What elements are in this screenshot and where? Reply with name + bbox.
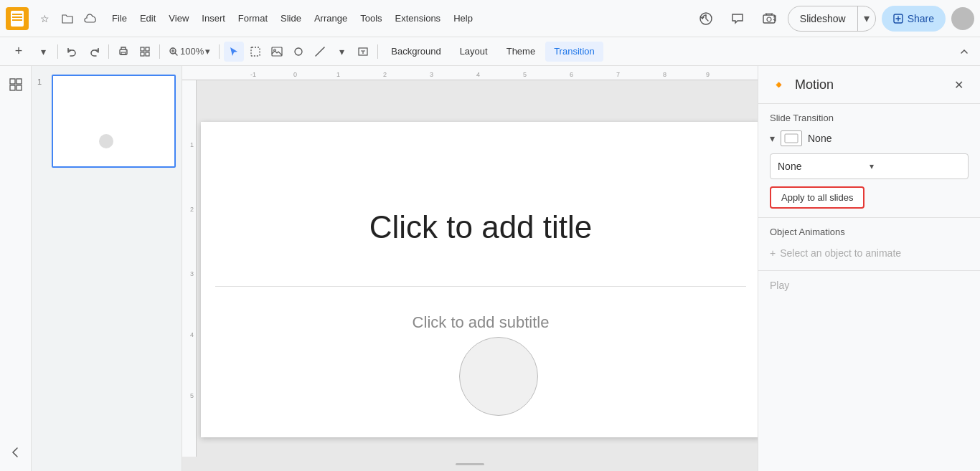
share-button[interactable]: Share <box>882 6 946 32</box>
comments-icon[interactable] <box>725 6 750 32</box>
panel-title: Motion <box>795 77 941 92</box>
dropdown-value: None <box>778 161 870 172</box>
menu-arrange[interactable]: Arrange <box>308 10 353 27</box>
svg-rect-5 <box>121 52 126 54</box>
slide-circle-shape <box>459 337 538 416</box>
motion-panel: 🔸 Motion ✕ Slide Transition ▾ None None … <box>758 66 980 471</box>
star-icon[interactable]: ☆ <box>34 9 55 29</box>
panel-close-button[interactable]: ✕ <box>948 75 969 95</box>
menu-extensions[interactable]: Extensions <box>390 10 447 27</box>
svg-rect-7 <box>141 47 144 51</box>
select-tool[interactable] <box>245 42 265 62</box>
slide-canvas[interactable]: Click to add title Click to add subtitle <box>201 122 758 437</box>
slide-transition-label: Slide Transition <box>770 113 969 123</box>
svg-point-6 <box>126 50 126 51</box>
svg-rect-21 <box>785 134 798 143</box>
scroll-handle[interactable] <box>456 463 484 465</box>
user-avatar[interactable] <box>951 7 974 30</box>
toolbar-separator-2 <box>108 44 109 59</box>
slide-title-text: Click to add title <box>369 209 593 245</box>
thumb-circle-shape <box>99 134 113 148</box>
slide-transition-section: Slide Transition ▾ None None ▾ Apply to … <box>758 104 980 218</box>
slideshow-main[interactable]: Slideshow <box>788 6 858 31</box>
left-sidebar <box>0 66 32 471</box>
folder-icon[interactable] <box>57 9 77 29</box>
app-logo <box>6 7 29 30</box>
slideshow-dropdown-arrow[interactable]: ▾ <box>858 6 875 31</box>
menu-file[interactable]: File <box>106 10 133 27</box>
cloud-icon[interactable] <box>80 9 100 29</box>
menu-format[interactable]: Format <box>232 10 273 27</box>
add-animation-row[interactable]: + Select an object to animate <box>770 244 969 262</box>
collapse-toolbar-btn[interactable] <box>954 42 974 62</box>
textbox-tool[interactable] <box>353 42 373 62</box>
zoom-value: 100% <box>180 46 204 57</box>
sidebar-collapse-btn[interactable] <box>3 439 29 465</box>
zoom-dropdown[interactable]: 100% ▾ <box>164 42 215 62</box>
play-button[interactable]: Play <box>770 280 969 291</box>
panel-header: 🔸 Motion ✕ <box>758 66 980 104</box>
toolbar-separator-5 <box>377 44 378 59</box>
svg-rect-9 <box>141 52 144 56</box>
transition-row: ▾ None <box>770 130 969 146</box>
line-tool[interactable] <box>310 42 330 62</box>
menu-help[interactable]: Help <box>448 10 479 27</box>
svg-point-2 <box>767 17 771 22</box>
add-button[interactable]: + <box>6 42 32 62</box>
share-label: Share <box>908 13 934 24</box>
transition-btn[interactable]: Transition <box>545 42 603 62</box>
slide-subtitle-text: Click to add subtitle <box>413 313 550 332</box>
apply-to-all-slides-button[interactable]: Apply to all slides <box>770 186 864 209</box>
play-section: Play <box>758 271 980 300</box>
background-btn[interactable]: Background <box>382 42 449 62</box>
transition-expand-chevron[interactable]: ▾ <box>770 133 775 144</box>
history-icon[interactable] <box>693 6 719 32</box>
add-animation-plus-icon: + <box>770 247 776 259</box>
toolbar-separator-3 <box>159 44 160 59</box>
slide-thumbnail-container: 1 <box>34 72 179 171</box>
canvas-area: -1 0 1 2 3 4 5 6 7 8 9 1 2 3 4 5 Click t… <box>182 66 758 471</box>
svg-rect-18 <box>17 79 22 84</box>
menu-edit[interactable]: Edit <box>134 10 161 27</box>
transition-type-name: None <box>808 133 831 144</box>
print-button[interactable] <box>113 42 133 62</box>
slide-title-area[interactable]: Click to add title <box>215 168 746 287</box>
cursor-tool[interactable] <box>224 42 244 62</box>
toolbar-separator-1 <box>57 44 58 59</box>
svg-rect-13 <box>272 47 282 56</box>
svg-rect-17 <box>10 79 15 84</box>
canvas-wrapper: Click to add title Click to add subtitle <box>194 115 758 437</box>
menu-insert[interactable]: Insert <box>196 10 231 27</box>
object-animations-label: Object Animations <box>770 227 969 237</box>
menu-view[interactable]: View <box>163 10 194 27</box>
slide-thumbnail[interactable] <box>52 75 176 168</box>
svg-rect-20 <box>17 85 22 90</box>
select-button[interactable] <box>135 42 155 62</box>
menu-tools[interactable]: Tools <box>354 10 387 27</box>
shape-tool[interactable] <box>288 42 308 62</box>
redo-button[interactable] <box>84 42 104 62</box>
undo-button[interactable] <box>62 42 83 62</box>
layout-btn[interactable]: Layout <box>451 42 496 62</box>
grid-view-icon[interactable] <box>3 72 29 97</box>
image-tool[interactable] <box>267 42 287 62</box>
slide-panel: 1 <box>32 66 182 471</box>
add-animation-placeholder: Select an object to animate <box>780 247 901 259</box>
slide-number: 1 <box>37 77 47 86</box>
svg-rect-8 <box>146 47 149 51</box>
menu-slide[interactable]: Slide <box>275 10 307 27</box>
camera-icon[interactable] <box>756 6 782 32</box>
theme-btn[interactable]: Theme <box>498 42 544 62</box>
ruler-horizontal: -1 0 1 2 3 4 5 6 7 8 9 <box>182 66 758 80</box>
line-dropdown[interactable]: ▾ <box>331 42 352 62</box>
add-dropdown[interactable]: ▾ <box>33 42 53 62</box>
motion-icon: 🔸 <box>770 76 788 93</box>
toolbar-separator-4 <box>219 44 220 59</box>
transition-speed-dropdown[interactable]: None ▾ <box>770 153 969 179</box>
transition-type-icon <box>781 130 802 146</box>
object-animations-section: Object Animations + Select an object to … <box>758 218 980 271</box>
svg-point-15 <box>295 48 302 55</box>
dropdown-arrow-icon: ▾ <box>870 161 961 171</box>
svg-rect-12 <box>251 47 260 56</box>
slideshow-button[interactable]: Slideshow ▾ <box>788 6 876 32</box>
